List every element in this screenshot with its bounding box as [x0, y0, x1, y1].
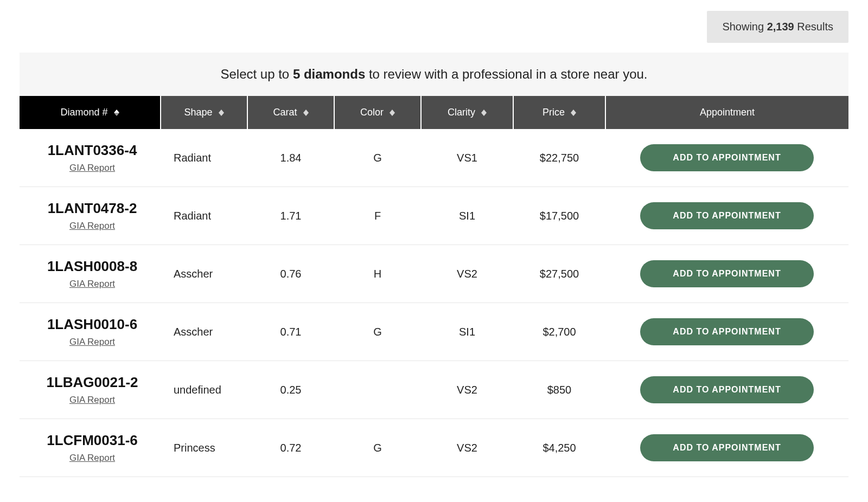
results-suffix: Results: [797, 21, 833, 33]
cell-clarity: VS2: [421, 361, 513, 419]
sort-icon: [219, 110, 224, 116]
add-to-appointment-button[interactable]: ADD TO APPOINTMENT: [640, 376, 814, 403]
table-row: 1LASH0010-6GIA ReportAsscher0.71GSI1$2,7…: [20, 303, 848, 361]
col-label: Appointment: [700, 107, 755, 118]
cell-diamond-id: 1LASH0010-6GIA Report: [20, 303, 161, 361]
cell-price: $850: [513, 361, 605, 419]
gia-report-link[interactable]: GIA Report: [69, 279, 115, 289]
cell-shape: Radiant: [161, 129, 247, 187]
col-header-shape[interactable]: Shape: [161, 96, 247, 129]
cell-carat: 0.76: [247, 245, 334, 303]
diamond-id: 1LBAG0021-2: [30, 374, 154, 391]
cell-carat: 1.71: [247, 187, 334, 245]
table-row: 1LCFM0031-6GIA ReportPrincess0.72GVS2$4,…: [20, 419, 848, 477]
add-to-appointment-button[interactable]: ADD TO APPOINTMENT: [640, 260, 814, 287]
table-row: 1LBAG0021-2GIA Reportundefined0.25VS2$85…: [20, 361, 848, 419]
results-count: 2,139: [767, 21, 794, 33]
cell-color: G: [334, 419, 421, 477]
add-to-appointment-button[interactable]: ADD TO APPOINTMENT: [640, 318, 814, 345]
col-header-price[interactable]: Price: [513, 96, 605, 129]
sort-icon: [390, 110, 395, 116]
banner-before: Select up to: [220, 67, 289, 81]
cell-carat: 0.25: [247, 361, 334, 419]
cell-appointment: ADD TO APPOINTMENT: [605, 129, 848, 187]
diamonds-table: Diamond # Shape Carat: [20, 96, 848, 477]
cell-carat: 0.71: [247, 303, 334, 361]
cell-carat: 0.72: [247, 419, 334, 477]
table-row: 1LASH0008-8GIA ReportAsscher0.76HVS2$27,…: [20, 245, 848, 303]
gia-report-link[interactable]: GIA Report: [69, 395, 115, 406]
table-row: 1LANT0478-2GIA ReportRadiant1.71FSI1$17,…: [20, 187, 848, 245]
cell-shape: undefined: [161, 361, 247, 419]
diamond-id: 1LANT0478-2: [30, 200, 154, 217]
sort-icon: [571, 110, 576, 116]
cell-diamond-id: 1LANT0336-4GIA Report: [20, 129, 161, 187]
cell-price: $4,250: [513, 419, 605, 477]
col-label: Diamond #: [60, 107, 107, 118]
cell-clarity: VS2: [421, 245, 513, 303]
gia-report-link[interactable]: GIA Report: [69, 221, 115, 231]
cell-price: $2,700: [513, 303, 605, 361]
table-row: 1LANT0336-4GIA ReportRadiant1.84GVS1$22,…: [20, 129, 848, 187]
cell-appointment: ADD TO APPOINTMENT: [605, 245, 848, 303]
cell-diamond-id: 1LBAG0021-2GIA Report: [20, 361, 161, 419]
cell-appointment: ADD TO APPOINTMENT: [605, 419, 848, 477]
col-header-carat[interactable]: Carat: [247, 96, 334, 129]
add-to-appointment-button[interactable]: ADD TO APPOINTMENT: [640, 202, 814, 229]
cell-appointment: ADD TO APPOINTMENT: [605, 361, 848, 419]
results-prefix: Showing: [722, 21, 764, 33]
gia-report-link[interactable]: GIA Report: [69, 337, 115, 347]
add-to-appointment-button[interactable]: ADD TO APPOINTMENT: [640, 434, 814, 461]
gia-report-link[interactable]: GIA Report: [69, 453, 115, 464]
cell-price: $17,500: [513, 187, 605, 245]
col-header-clarity[interactable]: Clarity: [421, 96, 513, 129]
cell-color: [334, 361, 421, 419]
gia-report-link[interactable]: GIA Report: [69, 163, 115, 173]
cell-color: G: [334, 303, 421, 361]
selection-banner: Select up to 5 diamonds to review with a…: [20, 53, 848, 96]
cell-price: $22,750: [513, 129, 605, 187]
cell-clarity: SI1: [421, 303, 513, 361]
col-header-appointment: Appointment: [605, 96, 848, 129]
sort-icon: [481, 110, 487, 116]
cell-clarity: VS1: [421, 129, 513, 187]
cell-clarity: SI1: [421, 187, 513, 245]
diamond-id: 1LANT0336-4: [30, 142, 154, 159]
col-header-diamond-id[interactable]: Diamond #: [20, 96, 161, 129]
banner-bold: 5 diamonds: [293, 67, 365, 81]
cell-shape: Asscher: [161, 245, 247, 303]
col-label: Carat: [273, 107, 297, 118]
cell-color: H: [334, 245, 421, 303]
diamond-id: 1LCFM0031-6: [30, 432, 154, 449]
results-count-pill: Showing 2,139 Results: [707, 11, 848, 43]
cell-diamond-id: 1LCFM0031-6GIA Report: [20, 419, 161, 477]
cell-shape: Asscher: [161, 303, 247, 361]
cell-diamond-id: 1LANT0478-2GIA Report: [20, 187, 161, 245]
col-header-color[interactable]: Color: [334, 96, 421, 129]
cell-diamond-id: 1LASH0008-8GIA Report: [20, 245, 161, 303]
cell-clarity: VS2: [421, 419, 513, 477]
cell-color: F: [334, 187, 421, 245]
sort-asc-icon: [114, 110, 119, 116]
col-label: Color: [360, 107, 384, 118]
col-label: Price: [542, 107, 565, 118]
col-label: Shape: [184, 107, 212, 118]
cell-shape: Radiant: [161, 187, 247, 245]
cell-shape: Princess: [161, 419, 247, 477]
cell-appointment: ADD TO APPOINTMENT: [605, 187, 848, 245]
sort-icon: [303, 110, 309, 116]
col-label: Clarity: [448, 107, 475, 118]
add-to-appointment-button[interactable]: ADD TO APPOINTMENT: [640, 144, 814, 171]
cell-carat: 1.84: [247, 129, 334, 187]
banner-after: to review with a professional in a store…: [369, 67, 648, 81]
diamond-id: 1LASH0010-6: [30, 316, 154, 333]
cell-appointment: ADD TO APPOINTMENT: [605, 303, 848, 361]
cell-price: $27,500: [513, 245, 605, 303]
diamond-id: 1LASH0008-8: [30, 258, 154, 275]
cell-color: G: [334, 129, 421, 187]
